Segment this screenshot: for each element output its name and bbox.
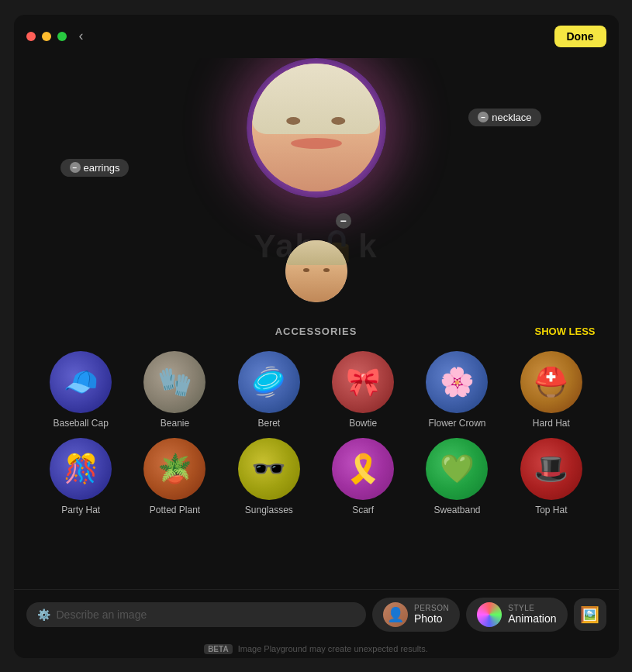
accessory-icon-hard-hat: ⛑️ [520,351,582,413]
secondary-avatar[interactable] [285,240,347,302]
image-icon: 🖼️ [580,605,599,624]
secondary-hair [285,240,347,265]
necklace-label[interactable]: − necklace [468,109,540,126]
accessory-label-sunglasses: Sunglasses [245,505,293,515]
accessory-icon-bowtie: 🎀 [332,351,394,413]
style-mode-text: STYLE Animation [508,604,556,625]
accessory-icon-sweatband: 💚 [426,438,488,500]
accessory-label-beanie: Beanie [161,418,189,429]
accessory-label-scarf: Scarf [352,505,374,515]
person-mode-text: PERSON Photo [414,604,449,625]
accessory-label-baseball-cap: Baseball Cap [53,418,108,429]
accessories-section: ACCESSORIES SHOW LESS 🧢Baseball Cap🧤Bean… [14,326,619,515]
bottom-bar: ⚙️ Describe an image 👤 PERSON Photo STYL… [14,589,619,639]
show-less-button[interactable]: SHOW LESS [534,326,595,337]
minimize-button[interactable] [42,32,51,41]
earrings-remove-icon: − [70,162,81,173]
secondary-face [285,240,347,302]
accessory-icon-top-hat: 🎩 [520,438,582,500]
style-mode-value: Animation [508,612,556,625]
accessory-label-party-hat: Party Hat [61,505,100,515]
close-button[interactable] [26,32,36,41]
person-mode-button[interactable]: 👤 PERSON Photo [372,598,460,632]
back-button[interactable]: ‹ [79,28,84,44]
accessory-label-top-hat: Top Hat [535,505,567,515]
accessory-label-flower-crown: Flower Crown [428,418,485,429]
earrings-label-text: earrings [84,162,120,174]
main-content: − earrings − necklace [14,58,619,589]
style-mode-button[interactable]: STYLE Animation [466,598,567,632]
beta-badge: BETA [204,644,232,654]
accessories-header: ACCESSORIES SHOW LESS [37,326,596,337]
accessory-icon-potted-plant: 🪴 [143,438,205,500]
accessories-grid: 🧢Baseball Cap🧤Beanie🥏Beret🎀Bowtie🌸Flower… [37,351,596,515]
accessories-title: ACCESSORIES [223,326,409,337]
accessory-label-bowtie: Bowtie [349,418,377,429]
done-button[interactable]: Done [554,26,606,47]
accessory-icon-party-hat: 🎊 [50,438,112,500]
titlebar: ‹ Done [14,15,619,58]
style-mode-icon [477,602,502,627]
earrings-label[interactable]: − earrings [60,159,130,177]
traffic-lights [26,32,67,41]
accessory-label-sweatband: Sweatband [433,505,480,515]
accessory-top-hat[interactable]: 🎩Top Hat [507,438,595,515]
accessory-sweatband[interactable]: 💚Sweatband [413,438,501,515]
person-mode-icon: 👤 [383,602,408,627]
beta-notice-text: Image Playground may create unexpected r… [238,644,428,653]
accessory-icon-baseball-cap: 🧢 [50,351,112,413]
fullscreen-button[interactable] [57,32,67,41]
necklace-label-text: necklace [492,112,531,123]
accessory-label-hard-hat: Hard Hat [533,418,570,429]
accessory-icon-scarf: 🎗️ [332,438,394,500]
avatar-face [252,64,380,191]
accessory-hard-hat[interactable]: ⛑️Hard Hat [507,351,595,429]
accessory-scarf[interactable]: 🎗️Scarf [319,438,407,515]
main-avatar[interactable] [247,58,386,198]
style-mode-label: STYLE [508,604,556,612]
accessory-label-beret: Beret [257,418,280,429]
secondary-avatar-wrapper: − [285,217,347,302]
necklace-remove-icon: − [478,112,489,122]
accessory-label-potted-plant: Potted Plant [150,505,200,515]
accessory-party-hat[interactable]: 🎊Party Hat [37,438,125,515]
person-mode-label: PERSON [414,604,449,612]
accessory-icon-sunglasses: 🕶️ [238,438,300,500]
secondary-remove-icon[interactable]: − [336,213,351,229]
accessory-icon-beanie: 🧤 [143,351,205,413]
accessory-bowtie[interactable]: 🎀Bowtie [319,351,407,429]
main-window: ‹ Done − earrings − necklace [14,15,619,658]
person-mode-value: Photo [414,612,449,625]
image-button[interactable]: 🖼️ [574,598,606,631]
search-input-wrapper[interactable]: ⚙️ Describe an image [26,602,367,627]
accessory-icon-flower-crown: 🌸 [426,351,488,413]
beta-notice: BETA Image Playground may create unexpec… [14,639,619,658]
avatar-image [252,64,380,191]
accessory-sunglasses[interactable]: 🕶️Sunglasses [225,438,313,515]
preview-section: − earrings − necklace [14,58,619,310]
search-placeholder: Describe an image [57,608,147,621]
accessory-flower-crown[interactable]: 🌸Flower Crown [413,351,501,429]
accessory-beret[interactable]: 🥏Beret [225,351,313,429]
accessory-icon-beret: 🥏 [238,351,300,413]
accessory-beanie[interactable]: 🧤Beanie [131,351,219,429]
accessory-baseball-cap[interactable]: 🧢Baseball Cap [37,351,125,429]
search-icon: ⚙️ [37,608,50,621]
accessory-potted-plant[interactable]: 🪴Potted Plant [131,438,219,515]
